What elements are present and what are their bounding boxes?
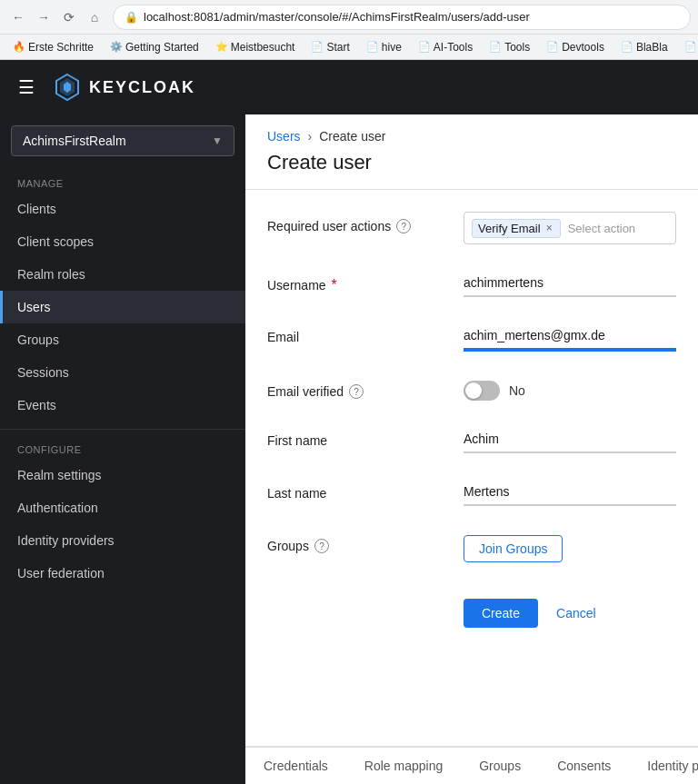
back-button[interactable]: ←	[7, 6, 29, 28]
bookmark-icon-2: ⭐	[215, 41, 228, 53]
sidebar-item-manage-header: Manage	[0, 167, 245, 193]
bookmark-icon-1: ⚙️	[110, 41, 123, 53]
email-verified-help-icon[interactable]: ?	[349, 384, 364, 399]
sidebar-item-events[interactable]: Events	[0, 389, 245, 422]
bookmarks-bar: 🔥 Erste Schritte ⚙️ Getting Started ⭐ Me…	[0, 35, 698, 60]
breadcrumb-separator: ›	[308, 129, 313, 144]
address-bar[interactable]: 🔒 localhost:8081/admin/master/console/#/…	[113, 5, 691, 30]
form-actions: Create Cancel	[464, 588, 676, 628]
email-label: Email	[267, 330, 299, 344]
sidebar-item-realm-roles[interactable]: Realm roles	[0, 258, 245, 291]
hamburger-button[interactable]: ☰	[15, 73, 38, 102]
clients-label: Clients	[17, 202, 56, 216]
first-name-input-wrapper	[464, 426, 676, 453]
bookmark-tools[interactable]: 📄 Tools	[484, 39, 535, 55]
sidebar-item-user-federation[interactable]: User federation	[0, 557, 245, 590]
email-verified-control: No	[464, 377, 676, 401]
groups-label-wrapper: Groups ?	[267, 531, 449, 553]
verify-email-tag-label: Verify Email	[478, 222, 541, 235]
sidebar-item-identity-providers[interactable]: Identity providers	[0, 524, 245, 557]
sidebar-item-groups[interactable]: Groups	[0, 323, 245, 356]
sidebar-item-configure-header: Configure	[0, 437, 245, 459]
forward-button[interactable]: →	[33, 6, 55, 28]
realm-selector[interactable]: AchimsFirstRealm ▼	[11, 125, 234, 156]
tab-credentials[interactable]: Credentials	[245, 748, 346, 784]
breadcrumb-current: Create user	[319, 129, 385, 144]
required-actions-field: Verify Email × Select action	[464, 212, 676, 244]
tab-groups[interactable]: Groups	[461, 748, 539, 784]
bookmark-news[interactable]: 📄 News	[679, 39, 698, 55]
last-name-input[interactable]	[464, 479, 676, 505]
email-label-wrapper: Email	[267, 323, 449, 344]
username-input[interactable]	[464, 270, 676, 296]
groups-control: Join Groups	[464, 531, 676, 562]
join-groups-button[interactable]: Join Groups	[464, 535, 563, 562]
logo-text: KEYCLOAK	[89, 78, 195, 97]
bookmark-label-5: AI-Tools	[434, 41, 473, 54]
bookmark-icon-3: 📄	[311, 41, 324, 53]
email-verified-toggle[interactable]	[464, 381, 500, 401]
bookmark-label-6: Tools	[504, 41, 530, 54]
bookmark-devtools[interactable]: 📄 Devtools	[541, 39, 610, 55]
realm-settings-label: Realm settings	[17, 468, 102, 482]
bookmark-label-3: Start	[326, 41, 349, 54]
email-input[interactable]	[464, 323, 676, 350]
bookmark-erste-schritte[interactable]: 🔥 Erste Schritte	[7, 39, 99, 55]
email-verified-row: Email verified ? No	[267, 377, 676, 401]
bookmark-blabla[interactable]: 📄 BlaBla	[615, 39, 673, 55]
realm-roles-label: Realm roles	[17, 267, 85, 282]
sidebar-item-authentication[interactable]: Authentication	[0, 491, 245, 524]
bookmark-ai-tools[interactable]: 📄 AI-Tools	[413, 39, 478, 55]
bookmark-hive[interactable]: 📄 hive	[361, 39, 407, 55]
sidebar-divider	[0, 429, 245, 430]
sidebar: AchimsFirstRealm ▼ Manage Clients Client…	[0, 114, 245, 784]
reload-button[interactable]: ⟳	[58, 6, 80, 28]
tab-role-mapping[interactable]: Role mapping	[346, 748, 461, 784]
email-verified-toggle-wrapper: No	[464, 377, 676, 401]
required-actions-label: Required user actions	[267, 219, 391, 233]
sidebar-item-clients[interactable]: Clients	[0, 193, 245, 225]
first-name-label: First name	[267, 433, 327, 448]
bookmark-getting-started[interactable]: ⚙️ Getting Started	[105, 39, 204, 55]
users-label: Users	[17, 300, 51, 314]
sidebar-item-sessions[interactable]: Sessions	[0, 356, 245, 389]
sidebar-item-client-scopes[interactable]: Client scopes	[0, 225, 245, 258]
bookmark-icon-4: 📄	[366, 41, 379, 53]
security-icon: 🔒	[125, 11, 138, 24]
page-title-bar: Create user	[245, 144, 698, 190]
sidebar-item-realm-settings[interactable]: Realm settings	[0, 459, 245, 491]
verify-email-tag-close[interactable]: ×	[544, 223, 554, 233]
page-title: Create user	[267, 151, 676, 174]
toggle-knob	[465, 382, 482, 399]
last-name-input-wrapper	[464, 479, 676, 506]
first-name-input[interactable]	[464, 426, 676, 452]
username-required-marker: *	[332, 277, 337, 293]
tab-identity-provider-links[interactable]: Identity provider links	[629, 748, 698, 784]
browser-chrome: ← → ⟳ ⌂ 🔒 localhost:8081/admin/master/co…	[0, 0, 698, 35]
bookmark-meistbesucht[interactable]: ⭐ Meistbesucht	[210, 39, 301, 55]
cancel-button[interactable]: Cancel	[553, 599, 600, 628]
form-actions-buttons: Create Cancel	[464, 591, 676, 628]
breadcrumb-users-link[interactable]: Users	[267, 129, 301, 144]
realm-selector-arrow-icon: ▼	[212, 134, 223, 147]
groups-help-icon[interactable]: ?	[314, 539, 329, 553]
required-actions-help-icon[interactable]: ?	[396, 219, 411, 233]
tab-consents[interactable]: Consents	[539, 748, 629, 784]
email-row: Email	[267, 323, 676, 352]
bookmark-icon-7: 📄	[546, 41, 559, 53]
actions-field-container[interactable]: Verify Email × Select action	[464, 212, 676, 244]
home-button[interactable]: ⌂	[84, 6, 105, 28]
app-wrapper: ☰ KEYCLOAK AchimsFirstRealm ▼ Manage Cli…	[0, 60, 698, 784]
bookmark-start[interactable]: 📄 Start	[305, 39, 354, 55]
app-header: ☰ KEYCLOAK	[0, 60, 698, 114]
bookmark-icon-0: 🔥	[13, 41, 25, 53]
manage-label: Manage	[17, 178, 64, 189]
create-button[interactable]: Create	[464, 599, 538, 628]
sidebar-item-users[interactable]: Users	[0, 291, 245, 323]
logo-area[interactable]: KEYCLOAK	[53, 73, 195, 102]
username-label-wrapper: Username *	[267, 270, 449, 293]
email-verified-label: Email verified	[267, 384, 344, 399]
verify-email-tag: Verify Email ×	[472, 219, 561, 238]
bookmark-icon-9: 📄	[684, 41, 697, 53]
actions-label-spacer	[267, 588, 449, 595]
